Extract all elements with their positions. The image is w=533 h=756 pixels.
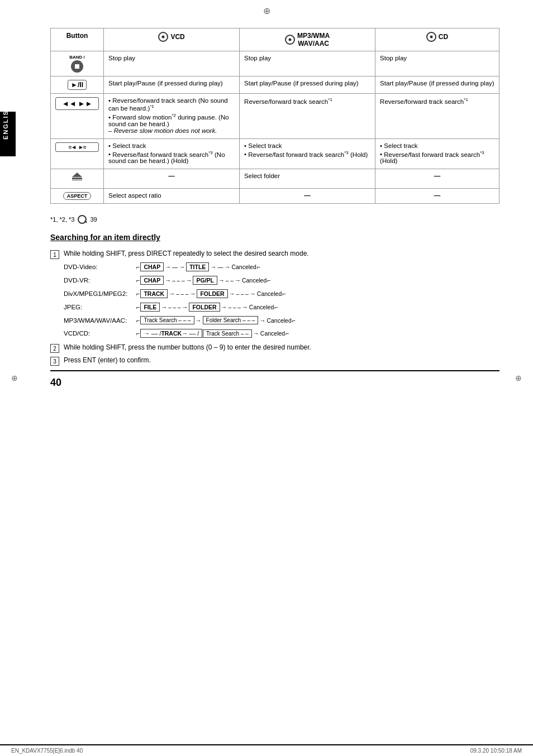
bottom-file: EN_KDAVX7755[E]6.indb 40 bbox=[11, 748, 83, 754]
cd-disc-icon bbox=[426, 32, 436, 42]
flow-dvd-video: DVD-Video: ⌐ CHAP → — → TITLE → — → Canc… bbox=[64, 262, 499, 271]
language-label: ENGLISH bbox=[0, 112, 16, 156]
table-header-vcd: VCD bbox=[104, 28, 240, 51]
step-3: 3 Press ENT (enter) to confirm. bbox=[50, 356, 499, 366]
footnote: *1, *2, *3 39 bbox=[50, 215, 499, 224]
flow-divx: DivX/MPEG1/MPEG2: ⌐ TRACK → – – – → FOLD… bbox=[64, 289, 499, 298]
cd-cell-eject: — bbox=[375, 169, 499, 189]
button-cell-band: BAND / bbox=[51, 51, 104, 76]
searching-section: Searching for an item directly 1 While h… bbox=[50, 233, 499, 366]
button-cell-rew-ff: ◄◄ ►► bbox=[51, 94, 104, 139]
flow-mp3: MP3/WMA/WAV/AAC: ⌐ Track Search – – – → … bbox=[64, 316, 499, 324]
table-header-button: Button bbox=[51, 28, 104, 51]
vcd-cell-eject: — bbox=[104, 169, 240, 189]
section-title: Searching for an item directly bbox=[50, 233, 499, 242]
flow-jpeg: JPEG: ⌐ FILE → – – – → FOLDER → – – – → … bbox=[64, 303, 499, 312]
table-row: ≈◄ ►≈ Select track Reverse/fast forward … bbox=[51, 138, 499, 169]
vcd-cell-search: Reverse/forward track search (No sound c… bbox=[104, 94, 240, 139]
top-reg-mark: ⊕ bbox=[263, 6, 270, 16]
vcd-cell-stop: Stop play bbox=[104, 51, 240, 76]
step-2: 2 While holding SHIFT, press the number … bbox=[50, 343, 499, 353]
mp3-cell-stop: Stop play bbox=[240, 51, 375, 76]
bottom-bar: EN_KDAVX7755[E]6.indb 40 09.3.20 10:50:1… bbox=[0, 744, 533, 756]
mp3-cell-select: Select track Reverse/fast forward track … bbox=[240, 138, 375, 169]
table-row: — Select folder — bbox=[51, 169, 499, 189]
table-row: ◄◄ ►► Reverse/forward track search (No s… bbox=[51, 94, 499, 139]
play-pause-icon: ►/II bbox=[68, 80, 87, 90]
button-cell-select-track: ≈◄ ►≈ bbox=[51, 138, 104, 169]
mp3-disc-icon bbox=[285, 35, 295, 45]
mp3-cell-play: Start play/Pause (if pressed during play… bbox=[240, 76, 375, 94]
page: ⊕ ⊕ ⊕ ENGLISH Button VCD bbox=[0, 0, 533, 756]
left-reg-mark: ⊕ bbox=[11, 374, 18, 382]
cd-cell-stop: Stop play bbox=[375, 51, 499, 76]
table-header-mp3: MP3/WMA WAV/AAC bbox=[240, 28, 375, 51]
cd-cell-select: Select track Reverse/fast forward track … bbox=[375, 138, 499, 169]
button-cell-eject bbox=[51, 169, 104, 189]
flow-diagrams: DVD-Video: ⌐ CHAP → — → TITLE → — → Canc… bbox=[64, 262, 499, 338]
mp3-cell-aspect: — bbox=[240, 189, 375, 204]
vcd-cell-select: Select track Reverse/fast forward track … bbox=[104, 138, 240, 169]
select-track-icon: ≈◄ ►≈ bbox=[55, 142, 99, 152]
flow-vcd: VCD/CD: ⌐ → –– / TRACK → –– / Track Sear… bbox=[64, 329, 499, 338]
cd-cell-search: Reverse/forward track search*1 bbox=[375, 94, 499, 139]
bottom-separator bbox=[50, 370, 499, 371]
table-row: ASPECT Select aspect ratio — — bbox=[51, 189, 499, 204]
band-button-icon: BAND / bbox=[55, 55, 99, 73]
button-functions-table: Button VCD MP3/WMA WAV/AAC bbox=[50, 28, 499, 204]
flow-dvd-vr: DVD-VR: ⌐ CHAP → – – – → PG/PL → – – → C… bbox=[64, 276, 499, 285]
cd-cell-play: Start play/Pause (if pressed during play… bbox=[375, 76, 499, 94]
vcd-cell-aspect: Select aspect ratio bbox=[104, 189, 240, 204]
step-1: 1 While holding SHIFT, press DIRECT repe… bbox=[50, 250, 499, 259]
vcd-disc-icon bbox=[158, 32, 168, 42]
bottom-date: 09.3.20 10:50:18 AM bbox=[470, 748, 522, 754]
mp3-cell-folder: Select folder bbox=[240, 169, 375, 189]
aspect-icon: ASPECT bbox=[63, 192, 92, 200]
table-row: ►/II Start play/Pause (if pressed during… bbox=[51, 76, 499, 94]
right-reg-mark: ⊕ bbox=[515, 374, 522, 382]
button-cell-aspect: ASPECT bbox=[51, 189, 104, 204]
search-footnote-icon bbox=[78, 215, 87, 224]
page-number: 40 bbox=[50, 377, 499, 389]
vcd-cell-play: Start play/Pause (if pressed during play… bbox=[104, 76, 240, 94]
eject-icon bbox=[69, 173, 85, 185]
button-cell-play: ►/II bbox=[51, 76, 104, 94]
table-row: BAND / Stop play Stop play Stop play bbox=[51, 51, 499, 76]
rew-ff-icon: ◄◄ ►► bbox=[55, 97, 99, 110]
mp3-cell-search: Reverse/forward track search*1 bbox=[240, 94, 375, 139]
cd-cell-aspect: — bbox=[375, 189, 499, 204]
table-header-cd: CD bbox=[375, 28, 499, 51]
